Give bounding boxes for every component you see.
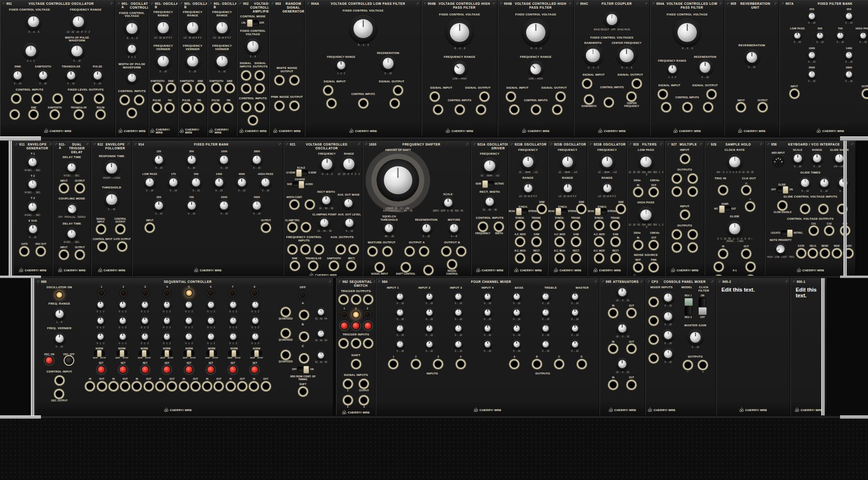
knob-1000[interactable]: [218, 154, 230, 166]
knob-knob[interactable]: [570, 292, 580, 301]
jack-jack[interactable]: [703, 102, 713, 112]
knob-knob[interactable]: [727, 154, 743, 170]
jack-jack[interactable]: [714, 262, 724, 272]
knob-knob[interactable]: [483, 308, 492, 317]
knob-knob[interactable]: [662, 292, 674, 304]
jack-in[interactable]: [155, 381, 165, 391]
jack-gate[interactable]: [796, 248, 806, 258]
jack-a-c-mod[interactable]: [555, 237, 565, 247]
knob-knob[interactable]: [96, 300, 105, 309]
knob-knob[interactable]: [184, 332, 193, 341]
knob-aux-out-wave[interactable]: [342, 197, 354, 209]
knob-frequency-range[interactable]: [666, 63, 678, 75]
knob-knob[interactable]: [140, 332, 149, 341]
jack-control-input[interactable]: [97, 241, 108, 252]
jack-jack[interactable]: [241, 70, 251, 80]
jack-jack[interactable]: [287, 244, 298, 254]
knob-2000[interactable]: [807, 70, 816, 79]
knob-knob[interactable]: [104, 191, 120, 207]
jack-jack[interactable]: [688, 229, 698, 240]
knob-sawtooth[interactable]: [37, 69, 49, 81]
jack-quantized[interactable]: [281, 307, 291, 317]
knob-t-1[interactable]: [27, 156, 39, 168]
knob-knob[interactable]: [349, 15, 377, 43]
jack-glide-enable[interactable]: [777, 200, 787, 211]
knob-knob[interactable]: [446, 18, 474, 46]
knob-knob[interactable]: [66, 161, 78, 173]
jack-shift[interactable]: [298, 387, 308, 397]
knob-knob[interactable]: [484, 196, 496, 208]
knob-knob[interactable]: [520, 154, 536, 170]
jack-out[interactable]: [649, 187, 659, 197]
knob-knob[interactable]: [454, 324, 463, 333]
knob-knob[interactable]: [184, 316, 193, 325]
knob-knob[interactable]: [251, 300, 260, 309]
jack-jack[interactable]: [54, 375, 65, 386]
jack-a-c-mod[interactable]: [594, 237, 604, 247]
knob-knob[interactable]: [316, 351, 326, 360]
jack-2[interactable]: [411, 359, 421, 369]
jack-jack[interactable]: [349, 244, 359, 254]
jack-jack[interactable]: [441, 246, 451, 256]
jack-jack[interactable]: [745, 201, 755, 212]
jack-jack[interactable]: [274, 101, 285, 111]
knob-knob[interactable]: [818, 177, 830, 189]
knob-knob[interactable]: [512, 340, 521, 349]
knob-500[interactable]: [190, 176, 202, 188]
jack-jack[interactable]: [323, 85, 333, 95]
jack-in[interactable]: [608, 344, 618, 354]
jack-jack[interactable]: [255, 70, 265, 80]
jack-jack[interactable]: [706, 89, 717, 99]
knob-knob[interactable]: [616, 358, 628, 370]
jack-pink[interactable]: [649, 262, 659, 272]
jack-jack[interactable]: [11, 93, 21, 104]
button-set[interactable]: [163, 365, 171, 374]
jack-jack[interactable]: [358, 98, 368, 108]
knob-knob[interactable]: [541, 324, 550, 333]
jack-bandwidth[interactable]: [584, 94, 594, 105]
switch-on[interactable]: ONOFF: [699, 294, 706, 319]
jack-saw[interactable]: [531, 237, 542, 247]
jack-out[interactable]: [626, 308, 637, 318]
knob-knob[interactable]: [206, 332, 216, 341]
jack-clamp-trg[interactable]: [287, 222, 298, 232]
jack-jack[interactable]: [661, 102, 671, 112]
knob-knob[interactable]: [599, 154, 615, 170]
switch-norm-skip-stop[interactable]: [206, 351, 217, 356]
jack-sine[interactable]: [537, 204, 547, 214]
jack-jack[interactable]: [456, 246, 466, 256]
jack-2[interactable]: [343, 395, 353, 405]
jack-jack[interactable]: [476, 105, 486, 115]
jack-3[interactable]: [433, 359, 443, 369]
knob-knob[interactable]: [229, 300, 238, 309]
jack-out[interactable]: [120, 381, 130, 391]
jack-output[interactable]: [758, 102, 768, 112]
knob-note-priority[interactable]: [774, 243, 787, 255]
switch-norm-skip-stop[interactable]: [229, 351, 239, 356]
jack-rect[interactable]: [346, 261, 356, 271]
jack-sawtooth[interactable]: [152, 83, 163, 93]
knob-knob[interactable]: [23, 43, 39, 59]
jack-in[interactable]: [608, 380, 618, 390]
jack-sawtooth[interactable]: [182, 83, 192, 93]
jack-jack[interactable]: [423, 265, 434, 275]
knob-175[interactable]: [167, 176, 179, 188]
knob-knob[interactable]: [560, 154, 576, 170]
jack-jack[interactable]: [556, 92, 566, 102]
knob-knob[interactable]: [118, 316, 127, 325]
knob-knob[interactable]: [512, 292, 521, 301]
jack-jack[interactable]: [405, 246, 415, 256]
jack-sawtooth[interactable]: [211, 83, 221, 93]
knob-scale[interactable]: [792, 152, 804, 164]
jack-sine[interactable]: [225, 83, 235, 93]
knob-knob[interactable]: [570, 308, 580, 317]
button-button[interactable]: [352, 321, 360, 330]
knob-knob[interactable]: [54, 333, 66, 345]
jack-out[interactable]: [214, 381, 224, 391]
jack-jack[interactable]: [289, 75, 299, 85]
jack-jack[interactable]: [73, 93, 83, 104]
jack-rect[interactable]: [571, 253, 581, 263]
jack-jack[interactable]: [300, 244, 311, 254]
button-button[interactable]: [364, 321, 372, 330]
switch-norm-skip-stop[interactable]: [139, 351, 149, 356]
